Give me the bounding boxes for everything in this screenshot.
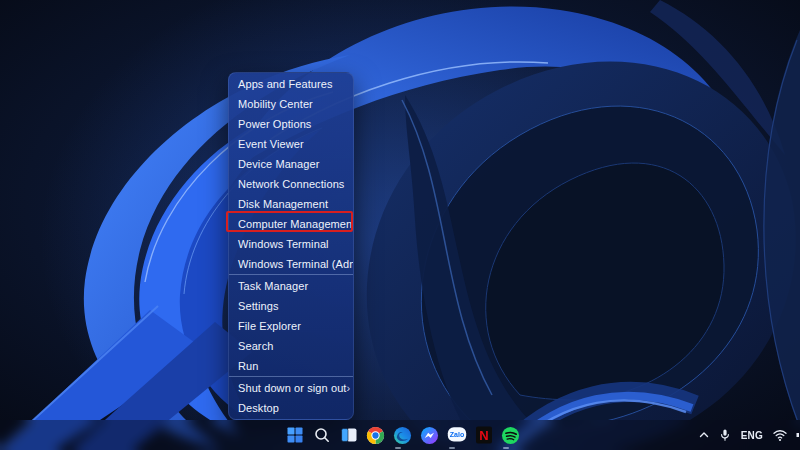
menu-item-power-options[interactable]: Power Options	[229, 114, 353, 134]
taskbar-zalo-button[interactable]: Zalo	[443, 420, 470, 450]
running-indicator	[395, 447, 401, 449]
menu-item-label: Apps and Features	[238, 74, 333, 94]
taskbar: Zalo N	[0, 420, 800, 450]
winx-menu: Apps and Features Mobility Center Power …	[228, 72, 354, 420]
tray-microphone-button[interactable]	[718, 428, 732, 442]
tray-hidden-icons-button[interactable]	[697, 428, 711, 442]
taskbar-spotify-button[interactable]	[497, 420, 524, 450]
menu-item-apps-and-features[interactable]: Apps and Features	[229, 74, 353, 94]
taskbar-netflix-button[interactable]: N	[470, 420, 497, 450]
menu-item-desktop[interactable]: Desktop	[229, 398, 353, 418]
taskbar-start-button[interactable]	[281, 420, 308, 450]
menu-separator	[229, 274, 353, 276]
menu-item-shut-down-or-sign-out[interactable]: Shut down or sign out ›	[229, 378, 353, 398]
submenu-chevron-icon: ›	[347, 378, 351, 398]
menu-item-label: Disk Management	[238, 194, 328, 214]
running-indicator	[503, 447, 509, 449]
menu-item-label: Event Viewer	[238, 134, 304, 154]
menu-item-windows-terminal[interactable]: Windows Terminal	[229, 234, 353, 254]
menu-item-label: Network Connections	[238, 174, 344, 194]
netflix-letter: N	[479, 428, 488, 443]
menu-item-run[interactable]: Run	[229, 356, 353, 376]
tray-wifi-button[interactable]	[772, 428, 788, 442]
spotify-icon	[501, 426, 520, 445]
running-indicator	[449, 447, 455, 449]
menu-item-disk-management[interactable]: Disk Management	[229, 194, 353, 214]
menu-item-network-connections[interactable]: Network Connections	[229, 174, 353, 194]
task-view-icon	[340, 426, 358, 444]
menu-item-label: Shut down or sign out	[238, 378, 347, 398]
windows-logo-icon	[287, 427, 303, 443]
taskbar-search-button[interactable]	[308, 420, 335, 450]
wifi-icon	[772, 428, 788, 442]
menu-item-label: Device Manager	[238, 154, 320, 174]
menu-item-label: Desktop	[238, 398, 279, 418]
chrome-icon	[366, 426, 385, 445]
menu-item-label: Run	[238, 356, 258, 376]
menu-item-label: Mobility Center	[238, 94, 313, 114]
menu-item-settings[interactable]: Settings	[229, 296, 353, 316]
menu-separator	[229, 376, 353, 378]
menu-item-label: Windows Terminal (Admin)	[238, 254, 353, 274]
chevron-up-icon	[697, 428, 711, 442]
zalo-icon: Zalo	[447, 426, 467, 444]
menu-item-device-manager[interactable]: Device Manager	[229, 154, 353, 174]
menu-item-label: Computer Management	[238, 214, 353, 234]
menu-item-file-explorer[interactable]: File Explorer	[229, 316, 353, 336]
menu-item-computer-management[interactable]: Computer Management	[229, 214, 353, 234]
menu-item-event-viewer[interactable]: Event Viewer	[229, 134, 353, 154]
desktop-screen: Apps and Features Mobility Center Power …	[0, 0, 800, 450]
speaker-icon	[795, 428, 799, 442]
menu-item-label: Windows Terminal	[238, 234, 329, 254]
menu-item-label: Settings	[238, 296, 279, 316]
taskbar-icon-group: Zalo N	[281, 420, 524, 450]
taskbar-messenger-button[interactable]	[416, 420, 443, 450]
speaker-icon-partial[interactable]	[795, 428, 799, 442]
system-tray: ENG	[697, 420, 800, 450]
zalo-label: Zalo	[449, 431, 463, 438]
menu-item-mobility-center[interactable]: Mobility Center	[229, 94, 353, 114]
microphone-icon	[718, 428, 732, 442]
search-icon	[313, 426, 331, 444]
menu-item-label: File Explorer	[238, 316, 301, 336]
menu-item-windows-terminal-admin[interactable]: Windows Terminal (Admin)	[229, 254, 353, 274]
taskbar-task-view-button[interactable]	[335, 420, 362, 450]
messenger-icon	[420, 426, 439, 445]
netflix-icon: N	[475, 426, 493, 444]
wallpaper-bloom	[0, 0, 800, 450]
edge-icon	[393, 426, 412, 445]
menu-item-search[interactable]: Search	[229, 336, 353, 356]
language-indicator[interactable]: ENG	[739, 430, 765, 441]
taskbar-chrome-button[interactable]	[362, 420, 389, 450]
menu-item-label: Power Options	[238, 114, 311, 134]
menu-item-label: Task Manager	[238, 276, 308, 296]
menu-item-task-manager[interactable]: Task Manager	[229, 276, 353, 296]
taskbar-edge-button[interactable]	[389, 420, 416, 450]
menu-item-label: Search	[238, 336, 273, 356]
